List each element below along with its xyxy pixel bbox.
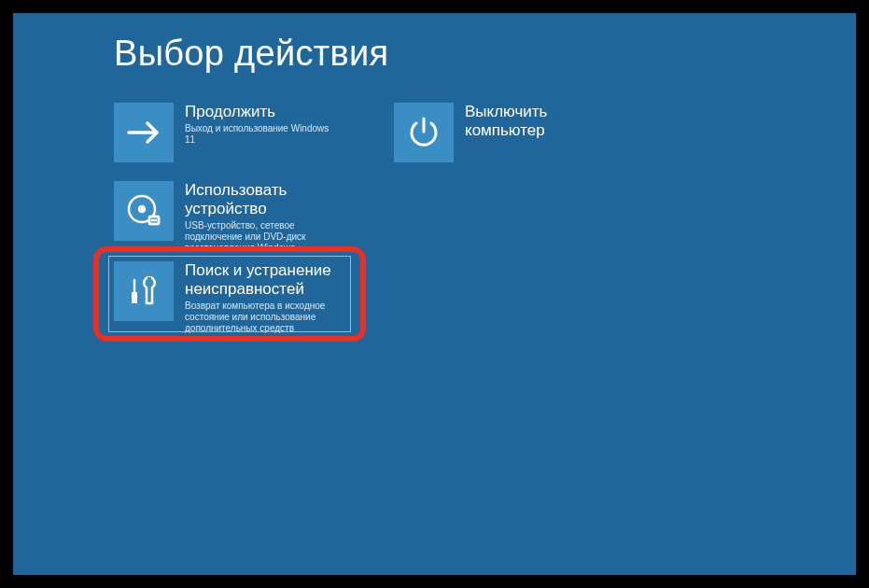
page-title: Выбор действия — [114, 34, 388, 74]
troubleshoot-button[interactable]: Поиск и устранение неисправностей Возвра… — [114, 261, 332, 334]
svg-point-3 — [139, 206, 145, 212]
recovery-screen: Выбор действия Продолжить Выход и исполь… — [13, 13, 856, 575]
disc-icon — [114, 181, 174, 241]
continue-button[interactable]: Продолжить Выход и использование Windows… — [114, 103, 342, 162]
arrow-right-icon — [114, 103, 174, 162]
power-icon — [394, 103, 454, 162]
tile-desc: USB-устройство, сетевое подключение или … — [185, 220, 342, 254]
tile-title: Выключить компьютер — [465, 103, 622, 140]
tile-desc: Выход и использование Windows 11 — [185, 123, 342, 146]
tile-title: Использовать устройство — [185, 181, 342, 218]
shutdown-button[interactable]: Выключить компьютер — [394, 103, 622, 162]
tile-title: Продолжить — [185, 103, 342, 121]
use-device-button[interactable]: Использовать устройство USB-устройство, … — [114, 181, 342, 254]
